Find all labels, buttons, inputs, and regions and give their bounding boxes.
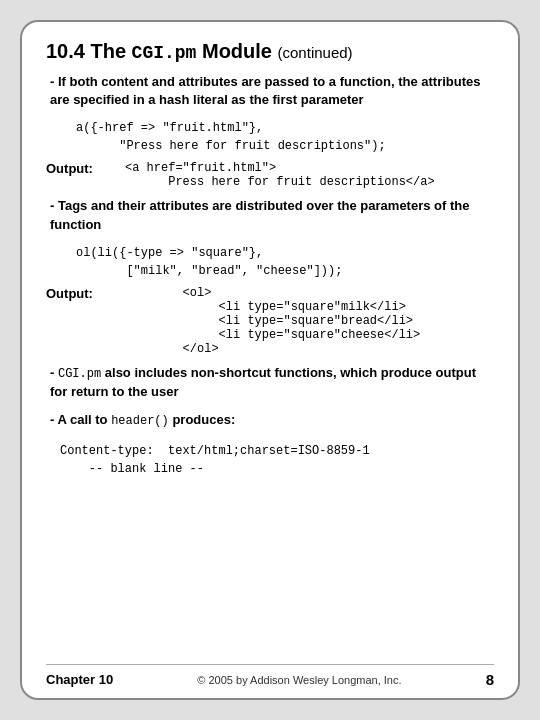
slide-footer: Chapter 10 © 2005 by Addison Wesley Long… [46,664,494,688]
bullet-2-text: - Tags and their attributes are distribu… [50,198,469,231]
slide-container: 10.4 The CGI.pm Module (continued) - If … [20,20,520,700]
code-block-1: a({-href => "fruit.html"}, "Press here f… [76,119,494,155]
bullet-1: - If both content and attributes are pas… [46,73,494,109]
cgi-text-before: - [50,365,58,380]
header-code-block: Content-type: text/html;charset=ISO-8859… [60,442,494,478]
header-bullet-end: produces: [169,412,235,427]
title-number: 10.4 The [46,40,132,62]
header-bullet-text: - A call to [50,412,111,427]
footer-chapter: Chapter 10 [46,672,113,687]
bullet-2: - Tags and their attributes are distribu… [46,197,494,233]
output-label-1: Output: [46,161,121,176]
output-code-1: <a href="fruit.html"> Press here for fru… [125,161,435,189]
footer-page: 8 [486,671,494,688]
slide-title: 10.4 The CGI.pm Module (continued) [46,40,494,63]
output-section-2: Output: <ol> <li type="square"milk</li> … [46,286,494,356]
code-block-2: ol(li({-type => "square"}, ["milk", "bre… [76,244,494,280]
header-bullet: - A call to header() produces: [46,411,494,430]
output-code-2: <ol> <li type="square"milk</li> <li type… [125,286,420,356]
output-label-2: Output: [46,286,121,301]
footer-copyright: © 2005 by Addison Wesley Longman, Inc. [197,674,401,686]
output-section-1: Output: <a href="fruit.html"> Press here… [46,161,494,189]
title-continued: (continued) [278,44,353,61]
cgi-mono: CGI.pm [58,367,101,381]
cgi-section-bullet: - CGI.pm also includes non-shortcut func… [46,364,494,401]
header-mono: header() [111,414,169,428]
title-cgi-mono: CGI.pm [132,43,197,63]
slide-content: - If both content and attributes are pas… [46,73,494,660]
title-module: Module [196,40,272,62]
bullet-1-text: - If both content and attributes are pas… [50,74,480,107]
cgi-text-after: also includes non-shortcut functions, wh… [50,365,476,399]
